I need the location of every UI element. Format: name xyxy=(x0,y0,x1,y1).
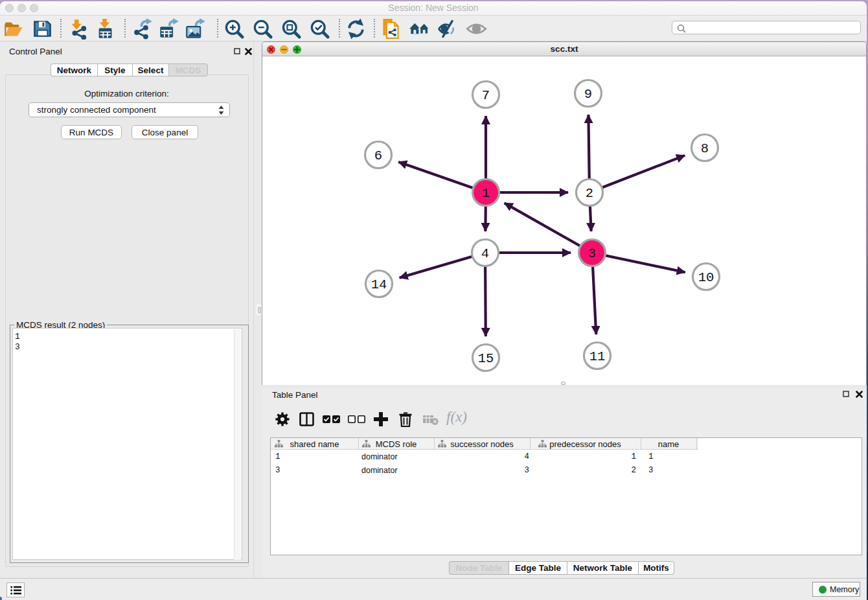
svg-text:15: 15 xyxy=(478,351,494,366)
svg-text:4: 4 xyxy=(481,246,489,261)
svg-text:8: 8 xyxy=(701,141,709,156)
svg-text:7: 7 xyxy=(482,88,490,103)
svg-text:14: 14 xyxy=(371,277,387,292)
svg-text:9: 9 xyxy=(584,87,592,102)
svg-text:11: 11 xyxy=(589,349,606,364)
svg-text:10: 10 xyxy=(698,270,714,285)
svg-text:3: 3 xyxy=(588,246,596,261)
svg-text:2: 2 xyxy=(586,186,593,201)
svg-text:6: 6 xyxy=(374,148,382,163)
svg-text:1: 1 xyxy=(482,186,490,201)
